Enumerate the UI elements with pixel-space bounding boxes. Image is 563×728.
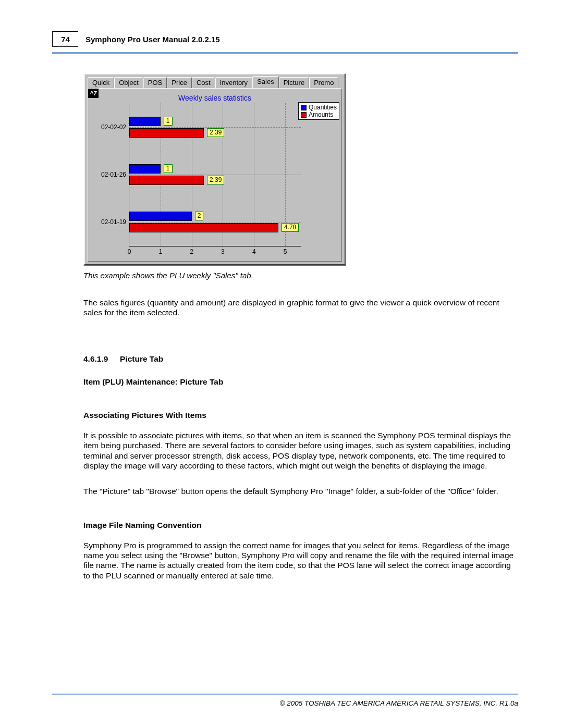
- tab-cost[interactable]: Cost: [192, 77, 215, 89]
- bar-quantities: [129, 212, 192, 221]
- section-number: 4.6.1.9: [83, 354, 120, 364]
- bar-amounts: [129, 128, 204, 138]
- page-number: 74: [52, 31, 78, 47]
- subheading-associating-pictures: Associating Pictures With Items: [83, 411, 518, 420]
- bar-label-quantities: 2: [195, 212, 204, 220]
- subheading-plu-maintenance: Item (PLU) Maintenance: Picture Tab: [83, 377, 518, 387]
- tab-promo[interactable]: Promo: [309, 77, 338, 89]
- bar-amounts: [129, 176, 204, 185]
- paragraph-sales-desc: The sales figures (quantity and amount) …: [83, 298, 518, 318]
- tab-object[interactable]: Object: [114, 77, 143, 89]
- y-tick: 02-01-26: [101, 171, 126, 178]
- x-tick: 5: [284, 248, 287, 255]
- bar-label-quantities: 1: [164, 117, 173, 126]
- tab-inventory[interactable]: Inventory: [215, 77, 252, 89]
- tab-client: ^7 Weekly sales statistics Quantities Am…: [88, 88, 342, 262]
- x-tick: 1: [158, 248, 162, 255]
- paragraph-assoc-1: It is possible to associate pictures wit…: [83, 430, 518, 471]
- bar-amounts: [129, 223, 278, 232]
- y-tick: 02-01-19: [101, 218, 126, 226]
- paragraph-naming: Symphony Pro is programmed to assign the…: [83, 540, 518, 581]
- legend-swatch-amounts: [301, 112, 307, 118]
- x-tick: 2: [190, 248, 193, 255]
- sales-tab-screenshot: Quick Object POS Price Cost Inventory Sa…: [83, 73, 346, 266]
- bar-quantities: [129, 117, 161, 126]
- bar-label-quantities: 1: [164, 164, 173, 173]
- legend-label-quantities: Quantities: [309, 104, 337, 111]
- tab-picture[interactable]: Picture: [279, 77, 309, 89]
- legend: Quantities Amounts: [298, 102, 339, 120]
- tab-quick[interactable]: Quick: [88, 77, 114, 89]
- y-tick: 02-02-02: [101, 124, 126, 131]
- chart-title: Weekly sales statistics: [88, 94, 341, 102]
- x-tick: 3: [221, 248, 225, 255]
- subheading-image-naming: Image File Naming Convention: [83, 521, 518, 530]
- footer-rule: [52, 694, 518, 695]
- legend-label-amounts: Amounts: [309, 111, 333, 118]
- paragraph-assoc-2: The "Picture" tab "Browse" button opens …: [83, 486, 518, 496]
- figure-caption: This example shows the PLU weekly "Sales…: [83, 271, 518, 280]
- bar-quantities: [129, 164, 161, 174]
- tab-pos[interactable]: POS: [143, 77, 167, 89]
- tab-strip: Quick Object POS Price Cost Inventory Sa…: [88, 77, 338, 89]
- tab-price[interactable]: Price: [167, 77, 192, 89]
- x-tick: 4: [252, 248, 256, 255]
- footer-text: © 2005 TOSHIBA TEC AMERICA AMERICA RETAI…: [279, 699, 518, 707]
- bar-label-amounts: 4.78: [282, 223, 299, 232]
- tab-sales[interactable]: Sales: [252, 76, 279, 89]
- bar-label-amounts: 2.39: [207, 176, 224, 184]
- bar-label-amounts: 2.39: [207, 128, 224, 137]
- header-rule: [52, 52, 518, 54]
- plot-area: 01234502-02-0212.3902-01-2612.3902-01-19…: [129, 103, 301, 246]
- page-title: Symphony Pro User Manual 2.0.2.15: [78, 31, 518, 47]
- section-title: Picture Tab: [120, 354, 163, 364]
- x-tick: 0: [128, 248, 131, 255]
- legend-swatch-quantities: [301, 105, 307, 110]
